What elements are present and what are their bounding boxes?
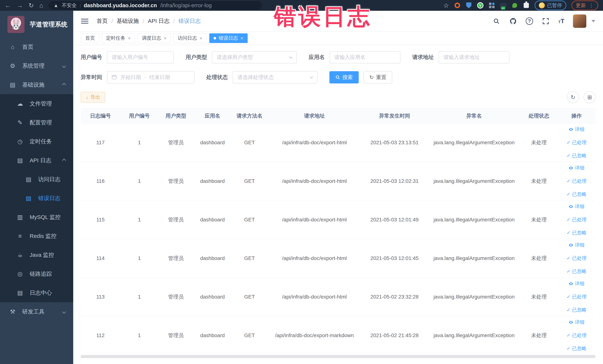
mark-ignored-link[interactable]: ✓ 已忽略 [567,230,587,236]
app-name-input[interactable] [330,51,400,63]
search-icon[interactable] [492,17,500,25]
date-range-picker[interactable]: 开始日期 - 结束日期 [107,71,195,83]
sidebar-item-error-log[interactable]: ▤ 错误日志 [0,189,73,208]
column-settings-icon[interactable]: ⊞ [584,91,596,103]
chevron-down-icon [62,64,66,68]
address-bar[interactable]: ▲ 不安全 dashboard.yudao.iocoder.cn/infra/l… [49,1,262,10]
breadcrumb-home[interactable]: 首页 [97,17,108,25]
sidebar-item-tracing[interactable]: ◎ 链路追踪 [0,264,73,283]
bookmark-star-icon[interactable]: ☆ [443,2,449,9]
search-button[interactable]: 搜索 [329,71,359,83]
sidebar-item-home[interactable]: ⌂ 首页 [0,37,73,56]
sidebar-item-config-management[interactable]: ✎ 配置管理 [0,113,73,132]
tab-schedule-log[interactable]: 调度日志× [138,33,171,43]
extension-sprout-icon[interactable] [512,2,518,9]
mark-processed-link[interactable]: ✓ 已处理 [567,294,587,300]
horizontal-scrollbar[interactable] [81,355,596,358]
mark-processed-link[interactable]: ✓ 已处理 [567,139,587,146]
mark-ignored-link[interactable]: ✓ 已忽略 [567,153,587,159]
back-icon[interactable]: ← [5,2,11,9]
mark-processed-link[interactable]: ✓ 已处理 [567,178,587,184]
extension-green-v-icon[interactable]: V [477,2,483,9]
tab-access-log[interactable]: 访问日志× [173,33,207,43]
tab-error-log[interactable]: 错误日志× [209,33,248,43]
export-button[interactable]: ↓ 导出 [81,92,105,103]
home-icon[interactable]: ⌂ [39,2,43,9]
sidebar-item-access-log[interactable]: ▤ 访问日志 [0,170,73,189]
detail-link[interactable]: 详细 [568,280,584,287]
detail-link[interactable]: 详细 [568,319,584,325]
paused-chip[interactable]: 已暂停 [534,0,566,10]
font-size-icon[interactable]: TT [558,17,564,25]
annotation-error-log: 错误日志 [274,2,372,32]
eye-icon [568,165,573,170]
cell-app-name: dashboard [193,316,232,355]
user-type-select[interactable]: 请选择用户类型 [212,51,297,63]
cell-method: GET [232,123,267,162]
detail-link[interactable]: 详细 [568,165,584,171]
cell-user-type: 管理员 [158,200,193,239]
sidebar-item-dev-tools[interactable]: ⚒ 研发工具 [0,302,73,321]
page-content: 用户编号 用户类型 请选择用户类型 应用名 [73,45,603,364]
chevron-up-icon [62,83,66,87]
sidebar-item-scheduled-tasks[interactable]: ◷ 定时任务 [0,132,73,151]
process-status-select[interactable]: 请选择处理状态 [233,71,318,83]
browser-menu-kebab-icon[interactable]: ⋮ [589,2,594,9]
close-icon[interactable]: × [164,36,166,41]
chevron-up-icon [62,158,66,162]
request-url-input[interactable] [439,51,509,63]
sidebar-item-system-management[interactable]: ⚙ 系统管理 [0,56,73,75]
extension-orange-icon[interactable] [454,2,461,9]
col-request-url: 请求地址 [267,108,361,123]
cell-status: 未处理 [520,200,557,239]
fullscreen-icon[interactable] [542,17,550,25]
not-secure-warning-icon: ▲ [54,3,58,8]
sidebar-item-api-log[interactable]: ▤ API 日志 [0,151,73,170]
sidebar-item-java-monitor[interactable]: ☕ Java 监控 [0,246,73,264]
breadcrumb-api-log[interactable]: API 日志 [148,17,170,25]
close-icon[interactable]: × [241,36,244,41]
sidebar-item-file-management[interactable]: ☁ 文件管理 [0,94,73,113]
avatar-caret-icon[interactable] [591,20,595,22]
process-status-label: 处理状态 [206,74,228,81]
forward-icon[interactable]: → [17,2,23,9]
detail-link[interactable]: 详细 [568,203,584,210]
detail-link[interactable]: 详细 [568,126,584,133]
cell-user-type: 管理员 [158,316,193,355]
mark-ignored-link[interactable]: ✓ 已忽略 [567,345,587,352]
infrastructure-submenu: ☁ 文件管理 ✎ 配置管理 ◷ 定时任务 ▤ API 日志 [0,94,73,302]
reload-icon[interactable]: ↻ [29,2,34,9]
sidebar-item-mysql-monitor[interactable]: ▥ MySQL 监控 [0,208,73,227]
reset-button[interactable]: ↻ 重置 [363,71,392,83]
sidebar-item-redis-monitor[interactable]: ≡ Redis 监控 [0,227,73,246]
avatar[interactable] [573,14,586,28]
mark-processed-link[interactable]: ✓ 已处理 [567,332,587,339]
help-icon[interactable]: ? [526,17,533,25]
sidebar-item-infrastructure[interactable]: ▤ 基础设施 [0,75,73,94]
detail-link[interactable]: 详细 [568,242,584,248]
mark-ignored-link[interactable]: ✓ 已忽略 [567,307,587,313]
eye-icon [568,320,573,325]
user-id-input[interactable] [107,51,174,63]
tab-scheduled-tasks[interactable]: 定时任务× [102,33,135,43]
extension-on-badge-icon[interactable]: on [500,2,506,9]
extensions-puzzle-icon[interactable] [523,2,529,9]
update-chip[interactable]: 更新 ⋮ [571,0,598,10]
col-app-name: 应用名 [193,108,232,123]
refresh-icon[interactable]: ↻ [567,91,579,103]
sidebar-item-log-center[interactable]: ▤ 日志中心 [0,283,73,302]
extension-grid-icon[interactable] [489,2,495,9]
row-actions: 详细 ✓ 已处理 ✓ 已忽略 [559,126,594,159]
document-icon: ▤ [16,157,24,164]
sidebar-toggle-icon[interactable] [81,19,88,23]
tab-home[interactable]: 首页 [81,33,99,43]
close-icon[interactable]: × [128,36,131,41]
mark-ignored-link[interactable]: ✓ 已忽略 [567,268,587,275]
mark-processed-link[interactable]: ✓ 已处理 [567,216,587,223]
mark-processed-link[interactable]: ✓ 已处理 [567,255,587,261]
mark-ignored-link[interactable]: ✓ 已忽略 [567,191,587,198]
breadcrumb-infrastructure[interactable]: 基础设施 [116,17,139,25]
close-icon[interactable]: × [199,36,202,41]
github-icon[interactable] [509,17,517,25]
extension-shield-icon[interactable] [466,2,472,9]
